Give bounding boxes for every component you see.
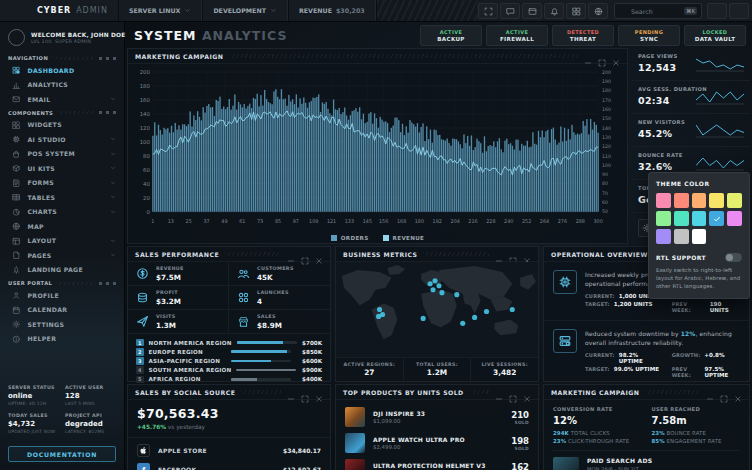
sidebar-item-map[interactable]: MAP [0, 219, 124, 234]
window-button[interactable] [522, 3, 542, 19]
product-row-ultra-protection-helmet-v3[interactable]: ULTRA PROTECTION HELMET V3$2,499.00162SO… [345, 456, 529, 470]
status-badge-data-vault[interactable]: LOCKEDDATA VAULT [684, 25, 746, 46]
footer-stat-value: online [8, 392, 59, 400]
expand-button[interactable] [301, 250, 309, 258]
minimize-button[interactable] [495, 388, 503, 396]
sidebar-item-tables[interactable]: TABLES [0, 190, 124, 205]
region-row-north-america-region[interactable]: 1NORTH AMERICA REGION$700K [136, 338, 322, 347]
footer-stat-label: SERVER STATUS [8, 385, 59, 390]
expand-button[interactable] [598, 52, 606, 60]
badge-label: FIREWALL [500, 36, 534, 42]
user-card[interactable]: WELCOME BACK, JOHN DOE LVL 100. SUPER AD… [0, 22, 124, 52]
sidebar-item-landing-page[interactable]: LANDING PAGE [0, 263, 124, 278]
region-row-asia-pacific-region[interactable]: 3ASIA-PACIFIC REGION$600K [136, 356, 322, 365]
minimize-button[interactable] [495, 250, 503, 258]
chat-button[interactable] [500, 3, 520, 19]
theme-swatch-10[interactable] [727, 211, 742, 226]
theme-swatch-1[interactable] [656, 193, 671, 208]
sidebar-item-label: WIDGETS [28, 121, 117, 128]
sidebar-item-ai-studio[interactable]: AI STUDIO [0, 132, 124, 147]
settings-button[interactable] [729, 3, 749, 19]
campaign-row[interactable]: PAID SEARCH ADS MON 26/6 - SUN 2/7 [553, 450, 740, 470]
sidebar-item-calendar[interactable]: CALENDAR [0, 303, 124, 318]
expand-button[interactable] [720, 388, 728, 396]
user-button[interactable] [707, 3, 727, 19]
expand-button[interactable] [301, 388, 309, 396]
brand-suffix: ADMIN [76, 6, 108, 15]
svg-text:20: 20 [143, 195, 150, 201]
theme-swatch-7[interactable] [674, 211, 689, 226]
close-button[interactable] [315, 388, 323, 396]
topbar-tab-server-linux[interactable]: SERVER LINUX [118, 0, 203, 21]
region-rank: 1 [136, 339, 144, 347]
theme-swatch-2[interactable] [674, 193, 689, 208]
close-button[interactable] [734, 388, 742, 396]
menu-icon[interactable] [0, 0, 18, 21]
user-icon [713, 7, 722, 16]
sidebar-item-charts[interactable]: CHARTS [0, 205, 124, 220]
sidebar-item-layout[interactable]: LAYOUT [0, 234, 124, 249]
theme-swatch-5[interactable] [727, 193, 742, 208]
theme-swatch-6[interactable] [656, 211, 671, 226]
product-row-apple-watch-ultra-pro[interactable]: APPLE WATCH ULTRA PRO$2,499.00198SOLD [345, 430, 529, 456]
sidebar-item-profile[interactable]: PROFILE [0, 288, 124, 303]
svg-text:200: 200 [140, 69, 151, 75]
apps-button[interactable] [566, 3, 586, 19]
minimize-button[interactable] [584, 52, 592, 60]
sidebar-item-settings[interactable]: SETTINGS [0, 317, 124, 332]
status-badge-firewall[interactable]: ACTIVEFIREWALL [486, 25, 548, 46]
minimize-button[interactable] [287, 250, 295, 258]
sp-stat-revenue: REVENUE$7.5M [128, 262, 229, 286]
minimize-button[interactable] [287, 388, 295, 396]
product-row-dji-inspire-33[interactable]: DJI INSPIRE 33$1,099.00210SOLD [345, 404, 529, 430]
sidebar-item-pages[interactable]: PAGES [0, 248, 124, 263]
minimize-button[interactable] [706, 388, 714, 396]
region-row-south-america-region[interactable]: 4SOUTH AMERICA REGION$900K [136, 366, 322, 375]
theme-swatch-11[interactable] [656, 229, 671, 244]
panel-header-texture [241, 390, 281, 394]
topbar-texture [376, 0, 477, 21]
divider-square [99, 111, 102, 114]
close-button[interactable] [612, 52, 620, 60]
sidebar-item-forms[interactable]: FORMS [0, 176, 124, 191]
close-button[interactable] [523, 250, 531, 258]
panel-title: TOP PRODUCTS BY UNITS SOLD [343, 389, 464, 396]
rtl-description: Easily switch to right-to-left layout fo… [656, 266, 742, 291]
close-button[interactable] [315, 250, 323, 258]
documentation-button[interactable]: DOCUMENTATION [8, 446, 116, 462]
theme-swatch-8[interactable] [692, 211, 707, 226]
fullscreen-button[interactable] [478, 3, 498, 19]
close-button[interactable] [523, 388, 531, 396]
badge-label: THREAT [570, 36, 596, 42]
sidebar-item-widgets[interactable]: WIDGETS [0, 118, 124, 133]
region-row-europe-region[interactable]: 2EUROPE REGION$850K [136, 347, 322, 356]
region-row-africa-region[interactable]: 5AFRICA REGION$400K [136, 375, 322, 384]
theme-swatch-13[interactable] [692, 229, 707, 244]
expand-button[interactable] [509, 250, 517, 258]
social-row-apple-store[interactable]: APPLE STORE$34,840.17 [137, 441, 321, 460]
sales-by-social-source-panel: SALES BY SOCIAL SOURCE $70,563.43 +45.76… [127, 384, 331, 470]
expand-button[interactable] [509, 388, 517, 396]
status-badge-threat[interactable]: DETECTEDTHREAT [552, 25, 614, 46]
theme-swatch-12[interactable] [674, 229, 689, 244]
sidebar-item-email[interactable]: EMAIL [0, 92, 124, 107]
status-badge-backup[interactable]: ACTIVEBACKUP [420, 25, 482, 46]
theme-swatch-9[interactable] [709, 211, 724, 226]
sidebar-item-pos-system[interactable]: POS SYSTEM [0, 147, 124, 162]
rtl-toggle[interactable] [725, 253, 742, 262]
sidebar-item-dashboard[interactable]: DASHBOARD [0, 63, 124, 78]
sidebar-item-ui-kits[interactable]: UI KITS [0, 161, 124, 176]
status-badge-sync[interactable]: PENDINGSYNC [618, 25, 680, 46]
social-row-facebook[interactable]: fFACEBOOK$12,502.67 [137, 460, 321, 470]
sidebar-item-analytics[interactable]: ANALYTICS [0, 78, 124, 93]
theme-swatch-3[interactable] [692, 193, 707, 208]
bell-button[interactable] [544, 3, 564, 19]
sidebar-item-helper[interactable]: HELPER [0, 332, 124, 347]
topbar-tab-development[interactable]: DEVELOPMENT [202, 0, 288, 21]
tables-icon [12, 193, 21, 202]
search-input[interactable]: Search ⌘K [614, 3, 702, 19]
globe-button[interactable] [588, 3, 608, 19]
theme-swatch-4[interactable] [709, 193, 724, 208]
topbar-tab-revenue[interactable]: REVENUE$30,203 [288, 0, 376, 21]
conversion-block: CONVERSION RATE 12% 294K TOTAL CLICKS 23… [553, 406, 642, 444]
